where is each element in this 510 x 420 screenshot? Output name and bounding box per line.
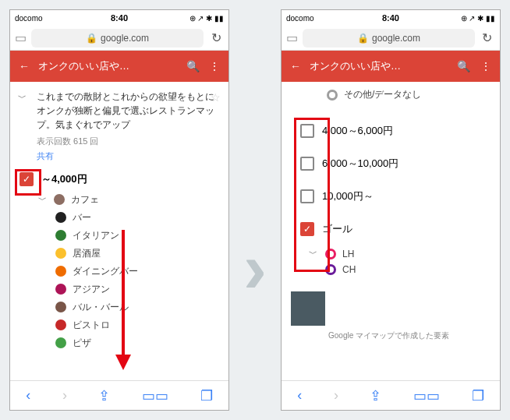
ring-icon-lh xyxy=(325,249,336,259)
tabs-button[interactable]: ▭ xyxy=(286,30,298,45)
option-label: 6,000～10,000円 xyxy=(322,157,398,171)
lock-icon: 🔒 xyxy=(357,33,369,44)
status-bar: docomo 8:40 ⊕ ↗ ✱ ▮▮ xyxy=(10,10,228,26)
other-label: その他/データなし xyxy=(344,88,421,101)
app-bar: ← オンクのいい店や… 🔍 ⋮ xyxy=(10,51,228,82)
option-label: 4,000～6,000円 xyxy=(322,124,393,138)
reload-button[interactable]: ↻ xyxy=(480,30,495,45)
category-label: バル・バール xyxy=(73,301,129,314)
category-icon xyxy=(55,337,66,348)
more-icon[interactable]: ⋮ xyxy=(207,60,222,72)
category-label: ビストロ xyxy=(73,319,110,332)
view-count: 表示回数 615 回 xyxy=(37,135,219,148)
category-icon xyxy=(55,212,66,223)
category-label: 居酒屋 xyxy=(73,247,101,260)
carrier-label: docomo xyxy=(286,14,314,23)
share-link[interactable]: 共有 xyxy=(37,150,54,163)
category-row[interactable]: ﹀カフェ xyxy=(10,191,228,209)
chevron-down-icon[interactable]: ﹀ xyxy=(308,248,319,259)
search-icon[interactable]: 🔍 xyxy=(456,60,472,72)
bookmarks-button[interactable]: ▭▭ xyxy=(413,387,440,404)
map-description: ﹀ ☆ これまでの散財とこれからの欲望をもとにオンクが独断と偏見で選ぶレストラン… xyxy=(10,82,228,168)
category-label: バー xyxy=(73,211,91,224)
reload-button[interactable]: ↻ xyxy=(208,30,224,45)
category-label: アジアン xyxy=(73,283,110,296)
status-icons: ⊕ ↗ ✱ ▮▮ xyxy=(461,14,495,23)
price-section-row[interactable]: ✓ ～4,000円 xyxy=(10,168,228,191)
share-button[interactable]: ⇪ xyxy=(370,387,381,404)
nav-forward: › xyxy=(62,387,67,404)
search-icon[interactable]: 🔍 xyxy=(185,60,200,72)
url-text: google.com xyxy=(372,33,420,44)
sub-lh: LH xyxy=(342,249,354,259)
checkbox[interactable] xyxy=(300,124,314,138)
option-label: 10,000円～ xyxy=(322,189,374,203)
sub-ch[interactable]: CH xyxy=(282,262,500,277)
category-row[interactable]: ビストロ xyxy=(10,316,228,334)
checkbox-price-1[interactable]: ✓ xyxy=(19,172,34,186)
category-row[interactable]: バル・バール xyxy=(10,298,228,316)
url-text: google.com xyxy=(101,33,149,44)
category-label: ピザ xyxy=(73,337,91,350)
checkbox[interactable] xyxy=(300,157,314,171)
carrier-label: docomo xyxy=(15,14,43,23)
clock: 8:40 xyxy=(382,13,399,23)
category-icon xyxy=(54,194,65,205)
category-other[interactable]: その他/データなし xyxy=(282,82,500,104)
checkbox[interactable] xyxy=(300,189,314,203)
price-section-label: ～4,000円 xyxy=(41,172,87,186)
mymaps-footer: Google マイマップで作成した要素 xyxy=(282,326,500,348)
category-row[interactable]: ピザ xyxy=(10,334,228,352)
category-row[interactable]: バー xyxy=(10,209,228,227)
collapse-icon[interactable]: ﹀ xyxy=(18,91,27,104)
content-left: ﹀ ☆ これまでの散財とこれからの欲望をもとにオンクが独断と偏見で選ぶレストラン… xyxy=(10,82,228,380)
star-icon[interactable]: ☆ xyxy=(211,90,221,106)
price-option-row[interactable]: ✓ゴール xyxy=(282,213,500,245)
map-thumbnail[interactable] xyxy=(291,291,325,326)
price-option-row[interactable]: 4,000～6,000円 xyxy=(282,115,500,147)
address-bar[interactable]: 🔒 google.com xyxy=(31,29,204,48)
category-row[interactable]: イタリアン xyxy=(10,227,228,245)
category-row[interactable]: アジアン xyxy=(10,281,228,298)
tabs-button[interactable]: ▭ xyxy=(15,30,27,45)
category-icon xyxy=(55,230,66,241)
phone-left: docomo 8:40 ⊕ ↗ ✱ ▮▮ ▭ 🔒 google.com ↻ ← … xyxy=(9,9,229,411)
category-row[interactable]: 居酒屋 xyxy=(10,245,228,263)
lock-icon: 🔒 xyxy=(86,33,97,44)
page-title: オンクのいい店や… xyxy=(310,59,450,73)
chevron-down-icon[interactable]: ﹀ xyxy=(37,194,48,206)
category-icon xyxy=(55,284,66,295)
ring-icon-ch xyxy=(325,264,336,275)
sub-group: ﹀ LH xyxy=(282,245,500,262)
nav-back[interactable]: ‹ xyxy=(26,387,30,404)
price-option-row[interactable]: 6,000～10,000円 xyxy=(282,147,500,180)
nav-back[interactable]: ‹ xyxy=(297,387,302,404)
status-bar: docomo 8:40 ⊕ ↗ ✱ ▮▮ xyxy=(282,10,500,26)
price-option-row[interactable]: 10,000円～ xyxy=(282,180,500,213)
address-bar[interactable]: 🔒 google.com xyxy=(303,29,475,48)
browser-toolbar: ▭ 🔒 google.com ↻ xyxy=(282,26,500,51)
app-bar: ← オンクのいい店や… 🔍 ⋮ xyxy=(282,51,500,82)
bookmarks-button[interactable]: ▭▭ xyxy=(142,387,168,404)
tabs-button-bottom[interactable]: ❐ xyxy=(472,387,484,404)
page-title: オンクのいい店や… xyxy=(38,59,179,73)
status-icons: ⊕ ↗ ✱ ▮▮ xyxy=(189,14,224,23)
category-label: イタリアン xyxy=(73,229,119,242)
back-button[interactable]: ← xyxy=(288,60,303,72)
category-row[interactable]: ダイニングバー xyxy=(10,263,228,281)
category-icon xyxy=(55,302,66,312)
more-icon[interactable]: ⋮ xyxy=(478,60,494,72)
back-button[interactable]: ← xyxy=(16,60,32,72)
share-button[interactable]: ⇪ xyxy=(98,387,110,404)
content-right: その他/データなし 4,000～6,000円6,000～10,000円10,00… xyxy=(282,82,500,380)
tabs-button-bottom[interactable]: ❐ xyxy=(200,387,213,404)
browser-toolbar: ▭ 🔒 google.com ↻ xyxy=(10,26,228,51)
safari-toolbar: ‹ › ⇪ ▭▭ ❐ xyxy=(282,380,500,410)
nav-forward: › xyxy=(334,387,338,404)
safari-toolbar: ‹ › ⇪ ▭▭ ❐ xyxy=(10,380,228,410)
option-label: ゴール xyxy=(322,222,352,236)
checkbox[interactable]: ✓ xyxy=(300,222,314,236)
category-icon xyxy=(55,248,66,259)
category-label: カフェ xyxy=(71,193,99,206)
transition-arrow-icon: › xyxy=(243,228,267,309)
